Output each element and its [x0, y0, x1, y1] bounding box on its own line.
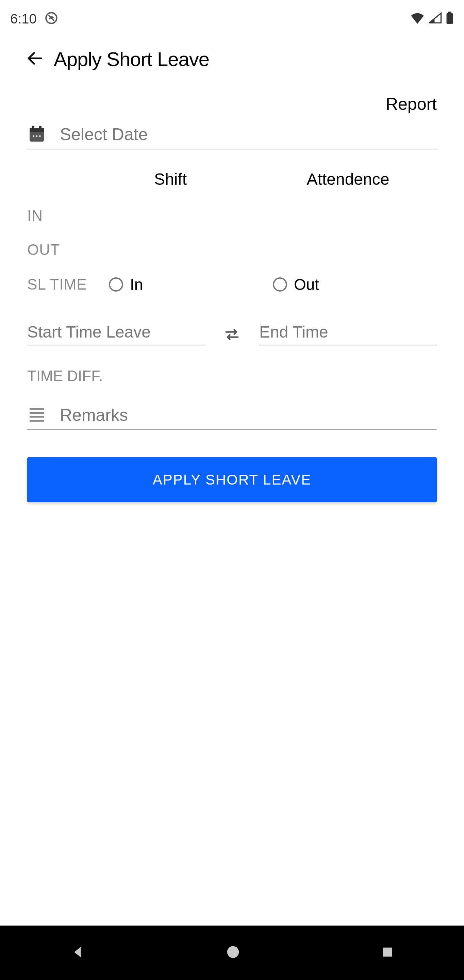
- radio-out-group[interactable]: Out: [273, 275, 437, 294]
- columns-header: Shift Attendence: [27, 159, 437, 199]
- empty-header: [27, 170, 82, 189]
- start-time-input[interactable]: Start Time Leave: [27, 323, 205, 345]
- apply-short-leave-button[interactable]: APPLY SHORT LEAVE: [27, 457, 437, 502]
- time-row: Start Time Leave End Time: [27, 323, 437, 345]
- row-out: OUT: [27, 233, 437, 267]
- attendance-column-header: Attendence: [259, 170, 437, 189]
- svg-rect-5: [32, 126, 34, 130]
- radio-in-icon: [109, 277, 123, 292]
- status-time: 6:10: [10, 11, 37, 27]
- remarks-placeholder: Remarks: [60, 405, 128, 425]
- signal-icon: [429, 12, 442, 25]
- remarks-field[interactable]: Remarks: [27, 405, 437, 430]
- row-sltime: SL TIME In Out: [27, 267, 437, 302]
- swap-icon: [222, 327, 242, 342]
- dnd-icon: [44, 11, 59, 27]
- svg-rect-2: [448, 11, 451, 14]
- status-right: [410, 11, 454, 26]
- sltime-label: SL TIME: [27, 276, 109, 293]
- battery-icon: [446, 11, 454, 26]
- svg-point-14: [227, 946, 239, 958]
- time-diff-label: TIME DIFF.: [27, 359, 437, 405]
- end-time-input[interactable]: End Time: [259, 323, 437, 345]
- calendar-icon: [27, 124, 46, 145]
- radio-in-label: In: [130, 275, 143, 294]
- svg-rect-4: [30, 128, 44, 132]
- svg-rect-6: [39, 126, 41, 130]
- in-label: IN: [27, 207, 109, 224]
- radio-in-group[interactable]: In: [109, 275, 273, 294]
- app-bar: Apply Short Leave: [0, 37, 464, 81]
- radio-out-label: Out: [294, 275, 319, 294]
- svg-point-7: [33, 135, 34, 137]
- wifi-icon: [410, 12, 424, 25]
- out-label: OUT: [27, 241, 109, 258]
- date-field[interactable]: Select Date: [27, 124, 437, 150]
- nav-home-icon[interactable]: [225, 944, 241, 961]
- date-placeholder: Select Date: [60, 124, 148, 144]
- remarks-lines-icon: [27, 405, 46, 425]
- shift-column-header: Shift: [82, 170, 259, 189]
- svg-rect-15: [383, 948, 392, 957]
- page-title: Apply Short Leave: [54, 48, 209, 70]
- row-in: IN: [27, 199, 437, 233]
- report-link[interactable]: Report: [27, 81, 437, 124]
- status-left: 6:10: [10, 11, 59, 27]
- android-nav-bar: [0, 926, 464, 980]
- radio-out-icon: [273, 277, 287, 292]
- svg-rect-1: [447, 13, 453, 24]
- back-arrow-icon[interactable]: [25, 49, 44, 69]
- nav-back-icon[interactable]: [70, 944, 86, 961]
- content-area: Report Select Date Shift Attendence IN O…: [0, 81, 464, 926]
- svg-point-8: [36, 135, 38, 137]
- svg-point-9: [39, 135, 41, 137]
- status-bar: 6:10: [0, 0, 464, 37]
- nav-recent-icon[interactable]: [381, 945, 394, 960]
